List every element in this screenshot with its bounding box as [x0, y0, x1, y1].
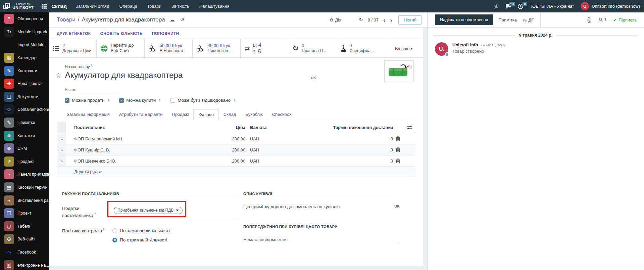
sidebar-item-notes[interactable]: ✎Примітки: [0, 116, 49, 129]
purchase-note-text[interactable]: Цю примітку додано до замовлень на купів…: [243, 204, 394, 209]
update-quantity-button[interactable]: ОНОВІТЬ КІЛЬКІСТЬ: [100, 31, 142, 36]
save-cloud-icon[interactable]: ☁: [170, 17, 175, 23]
column-currency[interactable]: Валюта: [245, 125, 269, 130]
drag-handle-icon[interactable]: ⇅: [57, 144, 66, 155]
followers-button[interactable]: 1: [598, 17, 606, 22]
sidebar-item-website[interactable]: ⊕Веб-сайт: [0, 233, 49, 246]
sidebar-item-facebook[interactable]: ∞Facebook: [0, 246, 49, 259]
tab-purchase[interactable]: Купівля: [193, 109, 218, 120]
sidebar-item-module-upgrade[interactable]: ↻Module Upgrade: [0, 26, 49, 39]
price-cell[interactable]: 200,00: [212, 136, 245, 141]
following-button[interactable]: ✔ Підписка: [613, 17, 637, 22]
activities-clock-icon[interactable]: 8: [518, 4, 523, 9]
sidebar-item-discuss[interactable]: ❝Обговорення: [0, 12, 49, 26]
drag-handle-icon[interactable]: ⇅: [57, 133, 66, 144]
sidebar-item-crm[interactable]: ❖CRM: [0, 142, 49, 155]
breadcrumb-products-link[interactable]: Товари: [57, 16, 76, 23]
help-icon[interactable]: ?: [103, 228, 104, 231]
more-stat-dropdown[interactable]: Більше ▾: [384, 39, 423, 57]
action-menu-button[interactable]: ⚙ Дія: [330, 17, 341, 22]
tab-inventory[interactable]: Склад: [219, 109, 241, 120]
tab-attributes-variants[interactable]: Атрибути та Варіанти: [114, 109, 167, 120]
delete-row-trash-icon[interactable]: [393, 159, 403, 163]
sidebar-item-timesheets[interactable]: ◷Табелі: [0, 220, 49, 233]
current-app-name[interactable]: Склад: [51, 3, 67, 9]
sidebar-item-invoicing[interactable]: $Виставлення ра...: [0, 194, 49, 207]
log-note-button[interactable]: Примітка: [498, 17, 517, 22]
menu-settings[interactable]: Налаштування: [199, 4, 230, 9]
currency-cell[interactable]: UAH: [245, 159, 269, 164]
table-row[interactable]: ⇅ ФОП Кушнір Є. В. 200,00 UAH 0: [57, 144, 415, 155]
sidebar-item-contacts[interactable]: ☻Контакти: [0, 129, 49, 142]
extra-prices-stat-button[interactable]: 2Додаткові Ціни: [49, 39, 97, 57]
tab-general-info[interactable]: Загальна інформація: [62, 109, 114, 120]
menu-reporting[interactable]: Звітність: [171, 4, 189, 9]
vendor-cell[interactable]: ФОП Кушнір Є. В.: [66, 147, 212, 152]
delivery-cell[interactable]: 0: [269, 147, 393, 152]
delete-row-trash-icon[interactable]: [393, 136, 403, 141]
currency-cell[interactable]: UAH: [245, 136, 269, 141]
sidebar-item-contracts[interactable]: ✎Контракти: [0, 64, 49, 77]
translate-badge[interactable]: UK: [311, 76, 316, 80]
in-out-stat-button[interactable]: ⇄ В: 4 З: 5: [241, 39, 289, 57]
tab-accounting[interactable]: Бухоблік: [241, 109, 267, 120]
translate-badge[interactable]: UK: [394, 204, 400, 208]
sidebar-item-sales[interactable]: ↗Продажі: [0, 155, 49, 168]
sidebar-item-import-module[interactable]: Import Module: [0, 38, 49, 51]
attachments-paperclip-icon[interactable]: [587, 17, 592, 23]
print-labels-button[interactable]: ДРУК ЕТИКЕТОК: [57, 31, 91, 36]
replenish-button[interactable]: ПОПОВНИТИ: [152, 31, 179, 36]
help-icon[interactable]: ?: [159, 99, 160, 102]
product-name-field[interactable]: Акумулятор для квадракоптера UK: [65, 71, 316, 82]
price-cell[interactable]: 200,00: [212, 147, 245, 152]
vendor-cell[interactable]: ФОП Шевченко Б.Ю.: [66, 159, 212, 164]
menu-products[interactable]: Товари: [147, 4, 161, 9]
sidebar-item-pos[interactable]: ▤Касовий термін...: [0, 181, 49, 194]
optional-columns-icon[interactable]: [403, 125, 415, 129]
pager-next-button[interactable]: ›: [390, 17, 392, 23]
product-image[interactable]: [384, 60, 414, 82]
help-icon[interactable]: ?: [90, 64, 92, 67]
help-icon[interactable]: ?: [107, 99, 109, 102]
column-vendor[interactable]: Постачальник: [66, 125, 212, 130]
reordering-rules-stat-button[interactable]: ↻ 0Правила П...: [288, 39, 336, 57]
purchase-note-field[interactable]: Цю примітку додано до замовлень на купів…: [243, 204, 400, 209]
menu-overview[interactable]: Загальний огляд: [76, 4, 109, 9]
can-sell-checkbox[interactable]: ✓ Можна продати?: [65, 98, 109, 103]
table-row[interactable]: ⇅ ФОП Шевченко Б.Ю. 200,00 UAH 0: [57, 155, 415, 167]
sidebar-item-dashboards[interactable]: ◔Панелі приладів: [0, 168, 49, 181]
send-message-button[interactable]: Надіслати повідомлення: [435, 14, 493, 25]
remove-tag-icon[interactable]: ✖: [176, 209, 179, 212]
vendor-cell[interactable]: ФОП Богуславський М.І.: [66, 136, 212, 141]
sidebar-item-container-actions[interactable]: ⚙Container actions: [0, 103, 49, 116]
new-record-button[interactable]: Новий: [398, 15, 422, 25]
currency-cell[interactable]: UAH: [245, 147, 269, 152]
forecasted-stat-button[interactable]: 49,00 ШтукПрогнозов...: [193, 39, 241, 57]
message-author[interactable]: Unitsoft info: [452, 42, 478, 47]
bom-stat-button[interactable]: 0Специфіка...: [336, 39, 384, 57]
company-switcher[interactable]: ТОВ "БПЛА - Україна": [530, 4, 574, 9]
radio-ordered-quantities[interactable]: По замовленій кількості: [112, 228, 239, 233]
vendor-taxes-field[interactable]: Придбання звільнене від ПДВ ✖: [112, 206, 239, 218]
activities-button[interactable]: ◷ Дії: [523, 12, 541, 28]
sidebar-item-project[interactable]: ❒Проект: [0, 207, 49, 220]
favorite-star-icon[interactable]: ☆: [55, 72, 62, 80]
help-icon[interactable]: ?: [234, 99, 235, 102]
tab-checkbox[interactable]: Checkbox: [267, 109, 296, 120]
delete-row-trash-icon[interactable]: [393, 147, 403, 152]
delivery-cell[interactable]: 0: [269, 136, 393, 141]
radio-received-quantities[interactable]: По отриманій кількості: [112, 237, 239, 242]
tax-tag[interactable]: Придбання звільнене від ПДВ ✖: [114, 207, 183, 214]
sidebar-item-documents[interactable]: ❏Документи: [0, 90, 49, 103]
on-hand-stat-button[interactable]: 50,00 ШтукВ Наявності: [145, 39, 193, 57]
tab-sales[interactable]: Продажі: [167, 109, 194, 120]
unitsoft-logo[interactable]: Custom by UNITSOFT: [3, 3, 34, 10]
product-name-value[interactable]: Акумулятор для квадракоптера: [65, 71, 311, 80]
delivery-cell[interactable]: 0: [269, 159, 393, 164]
sidebar-item-calendar[interactable]: ▦Календар: [0, 51, 49, 64]
brand-input[interactable]: [65, 87, 118, 93]
reload-icon[interactable]: ↻: [359, 17, 363, 23]
purchase-warning-field[interactable]: Немає повідомлення: [243, 237, 400, 244]
can-purchase-checkbox[interactable]: ✓ Можна купити?: [119, 98, 160, 103]
drag-handle-icon[interactable]: ⇅: [57, 155, 66, 166]
